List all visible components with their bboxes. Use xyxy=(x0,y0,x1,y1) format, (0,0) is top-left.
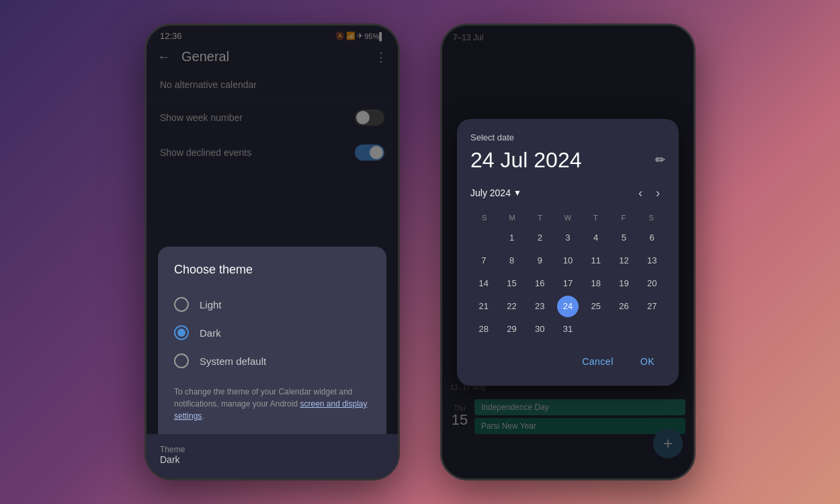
option-system[interactable]: System default xyxy=(174,347,370,375)
weekday-mon: M xyxy=(498,211,526,224)
cal-day-9[interactable]: 9 xyxy=(529,250,550,271)
cal-day-21[interactable]: 21 xyxy=(473,296,495,317)
cal-day-28[interactable]: 28 xyxy=(473,319,495,340)
calendar-modal-overlay: Select date 24 Jul 2024 ✏ July 2024 ▼ ‹ … xyxy=(442,26,694,478)
radio-light[interactable] xyxy=(174,297,189,312)
cal-day-20[interactable]: 20 xyxy=(641,273,663,294)
option-light[interactable]: Light xyxy=(174,290,370,319)
month-navigation: July 2024 ▼ ‹ › xyxy=(470,183,665,203)
selected-date-text: 24 Jul 2024 xyxy=(470,148,581,173)
dialog-title: Choose theme xyxy=(174,263,370,277)
theme-footer-label: Theme xyxy=(160,445,384,454)
cal-day-19[interactable]: 19 xyxy=(613,273,634,294)
cal-day-14[interactable]: 14 xyxy=(473,273,495,294)
cal-day-8[interactable]: 8 xyxy=(501,250,523,271)
month-nav-buttons: ‹ › xyxy=(633,183,665,203)
weekday-wed: W xyxy=(554,211,581,224)
calendar-actions: Cancel OK xyxy=(470,351,665,372)
cal-day-empty-3 xyxy=(613,319,634,340)
radio-system[interactable] xyxy=(174,353,189,368)
cal-day-18[interactable]: 18 xyxy=(585,273,607,294)
weekday-headers: S M T W T F S xyxy=(470,211,665,224)
cal-day-5[interactable]: 5 xyxy=(613,227,634,249)
weekday-thu: T xyxy=(582,211,610,224)
cal-day-empty-2 xyxy=(585,319,607,340)
calendar-days: 1 2 3 4 5 6 7 8 9 10 11 12 13 14 xyxy=(470,227,665,340)
cal-day-11[interactable]: 11 xyxy=(585,250,607,271)
cal-day-12[interactable]: 12 xyxy=(613,250,634,271)
weekday-tue: T xyxy=(526,211,554,224)
right-phone-screen: 7–13 Jul Select date 24 Jul 2024 ✏ July … xyxy=(442,26,694,478)
arrow-indicator xyxy=(144,261,153,310)
weekday-fri: F xyxy=(610,211,637,224)
cal-day-4[interactable]: 4 xyxy=(585,227,607,249)
calendar-grid: S M T W T F S 1 2 3 4 5 xyxy=(470,211,665,340)
label-dark: Dark xyxy=(200,327,221,339)
svg-marker-0 xyxy=(144,267,146,280)
cal-day-17[interactable]: 17 xyxy=(557,273,579,294)
calendar-ok-button[interactable]: OK xyxy=(630,351,665,372)
radio-dark[interactable] xyxy=(174,325,189,340)
calendar-modal: Select date 24 Jul 2024 ✏ July 2024 ▼ ‹ … xyxy=(457,119,679,386)
cal-day-empty-1 xyxy=(473,227,495,249)
select-date-label: Select date xyxy=(470,132,665,142)
cal-day-29[interactable]: 29 xyxy=(501,319,523,340)
option-dark[interactable]: Dark xyxy=(174,319,370,347)
calendar-cancel-button[interactable]: Cancel xyxy=(571,351,624,372)
cal-day-22[interactable]: 22 xyxy=(501,296,523,317)
dialog-overlay: Choose theme Light Dark System default T… xyxy=(146,26,398,478)
next-month-button[interactable]: › xyxy=(650,183,665,203)
cal-day-31[interactable]: 31 xyxy=(557,319,579,340)
cal-day-26[interactable]: 26 xyxy=(613,296,634,317)
cal-day-2[interactable]: 2 xyxy=(529,227,550,249)
cal-day-30[interactable]: 30 xyxy=(529,319,550,340)
cal-day-27[interactable]: 27 xyxy=(641,296,663,317)
cal-day-10[interactable]: 10 xyxy=(557,250,579,271)
weekday-sun: S xyxy=(470,211,498,224)
cal-day-6[interactable]: 6 xyxy=(641,227,663,249)
dropdown-icon[interactable]: ▼ xyxy=(513,188,521,198)
cal-day-16[interactable]: 16 xyxy=(529,273,550,294)
cal-day-1[interactable]: 1 xyxy=(501,227,523,249)
settings-footer: Theme Dark xyxy=(146,434,398,478)
cal-day-15[interactable]: 15 xyxy=(501,273,523,294)
label-light: Light xyxy=(200,299,222,310)
cal-day-25[interactable]: 25 xyxy=(585,296,607,317)
cal-day-empty-4 xyxy=(641,319,663,340)
cal-day-7[interactable]: 7 xyxy=(473,250,495,271)
weekday-sat: S xyxy=(638,211,665,224)
selected-date-display: 24 Jul 2024 ✏ xyxy=(470,148,665,173)
left-phone: 12:36 🔕 📶 ✈ 95%▌ ← General ⋮ No alternat… xyxy=(144,24,400,480)
cal-day-13[interactable]: 13 xyxy=(641,250,663,271)
right-phone: 7–13 Jul Select date 24 Jul 2024 ✏ July … xyxy=(440,24,696,480)
edit-icon[interactable]: ✏ xyxy=(655,153,665,167)
theme-dialog: Choose theme Light Dark System default T… xyxy=(158,247,386,465)
label-system: System default xyxy=(200,355,266,367)
theme-footer-value: Dark xyxy=(160,454,384,465)
cal-day-23[interactable]: 23 xyxy=(529,296,550,317)
month-label: July 2024 ▼ xyxy=(470,187,521,198)
cal-day-3[interactable]: 3 xyxy=(557,227,579,249)
prev-month-button[interactable]: ‹ xyxy=(633,183,648,203)
left-phone-screen: 12:36 🔕 📶 ✈ 95%▌ ← General ⋮ No alternat… xyxy=(146,26,398,478)
dialog-description: To change the theme of your Calendar wid… xyxy=(174,386,370,422)
cal-day-24[interactable]: 24 xyxy=(557,296,579,317)
